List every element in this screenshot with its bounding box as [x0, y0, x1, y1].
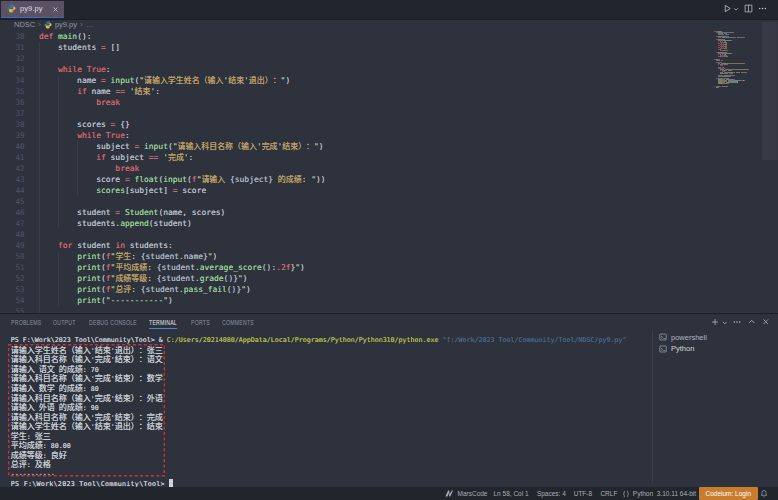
code-line: 44 scores[subject] = score: [0, 185, 778, 196]
code-line: 33 while True:: [0, 64, 778, 75]
token-pl: :: [125, 131, 130, 140]
token-str: "学生:: [111, 252, 141, 261]
token-fn: average_score: [200, 263, 262, 272]
split-editor-icon[interactable]: [744, 4, 753, 13]
token-pl: :: [189, 153, 194, 162]
terminal-list-item-powershell[interactable]: powershell: [653, 332, 778, 343]
tab-close-icon[interactable]: [52, 6, 59, 13]
line-number: 43: [0, 174, 25, 185]
minimap-line: [714, 60, 760, 61]
terminal-icon: [659, 333, 667, 341]
terminal-list-item-python[interactable]: Python: [653, 343, 778, 354]
token-pl: ():: [77, 32, 91, 41]
token-fn: input: [144, 142, 168, 151]
python-file-icon: [44, 21, 52, 29]
terminal-profile-chevron-icon[interactable]: [722, 320, 728, 326]
token-pl: (student): [149, 219, 192, 228]
indent-guide: [39, 42, 40, 313]
status-eol[interactable]: CRLF: [600, 487, 617, 500]
line-number: 32: [0, 53, 25, 64]
status-cursor-position[interactable]: Ln 58, Col 1: [494, 487, 529, 500]
token-str: '完成': [163, 153, 188, 162]
token-kw: .2f: [276, 263, 290, 272]
token-str: '结束': [130, 87, 155, 96]
code-line: 51 print(f"平均成绩: {student.average_score(…: [0, 262, 778, 273]
status-python-interpreter[interactable]: 3.10.11 64-bit: [657, 487, 696, 500]
minimap-line: [714, 73, 760, 74]
line-number: 55: [0, 306, 25, 313]
token-fx: {subject}: [230, 175, 273, 184]
code-line: 31 students = []: [0, 42, 778, 53]
new-terminal-icon[interactable]: [711, 318, 719, 326]
terminal-list-label: powershell: [671, 333, 707, 342]
token-pl: [39, 186, 96, 195]
token-fn: main: [58, 32, 77, 41]
code-line: 36 break: [0, 97, 778, 108]
code-line: 54 print("-----------"): [0, 295, 778, 306]
status-notifications[interactable]: [760, 487, 768, 500]
status-marscode[interactable]: MarsCode: [445, 487, 488, 500]
breadcrumb-file[interactable]: py9.py: [55, 20, 77, 29]
token-pl: student: [72, 241, 115, 250]
token-kw: for: [58, 241, 72, 250]
token-pl: ): [213, 252, 218, 261]
status-encoding[interactable]: UTF-8: [574, 487, 592, 500]
token-pl: )): [316, 175, 326, 184]
code-line: 53 print(f"总评: {student.pass_fail()}"): [0, 284, 778, 295]
token-fx: ():: [262, 263, 276, 272]
token-pl: :: [106, 65, 111, 74]
line-number: 35: [0, 86, 25, 97]
terminal-list: powershellPython: [652, 331, 778, 483]
token-t: 总评: 及格: [11, 461, 51, 469]
code-line: 35 if name == '结束':: [0, 86, 778, 97]
token-str: "平均成绩:: [111, 263, 157, 272]
terminal-output[interactable]: PS F:\Work\2023 Tool\Community\Tool> & C…: [11, 335, 641, 487]
token-fn: input: [111, 76, 135, 85]
vscode-window: py9.py NDSC › p: [0, 0, 778, 500]
chevron-right-icon: ›: [38, 20, 41, 29]
token-str: "请输入学生姓名（输入'结束'退出）：": [139, 76, 285, 85]
line-number: 51: [0, 262, 25, 273]
terminal-list-label: Python: [671, 344, 694, 353]
breadcrumb-folder[interactable]: NDSC: [14, 20, 35, 29]
minimap-line: [714, 37, 760, 38]
line-number: 39: [0, 130, 25, 141]
code-line: 52 print(f"成绩等级: {student.grade()}"): [0, 273, 778, 284]
token-kw: def: [39, 32, 53, 41]
line-number: 31: [0, 42, 25, 53]
token-fn: grade: [200, 274, 224, 283]
token-kw: if: [96, 153, 106, 162]
token-pl: ): [319, 142, 324, 151]
run-button[interactable]: [723, 4, 732, 13]
bottom-panel: PROBLEMSOUTPUTDEBUG CONSOLETERMINALPORTS…: [0, 313, 778, 487]
line-number: 37: [0, 108, 25, 119]
status-codeium-login[interactable]: Codeium: Login: [699, 487, 758, 500]
terminal-icon: [659, 345, 667, 353]
terminal-line: 总评: 及格: [11, 460, 51, 470]
minimap[interactable]: [712, 30, 760, 313]
status-indentation[interactable]: Spaces: 4: [537, 487, 566, 500]
line-number: 50: [0, 251, 25, 262]
maximize-panel-chevron-icon[interactable]: [748, 318, 756, 326]
token-kw: True: [87, 65, 106, 74]
code-editor[interactable]: 30def main():31 students = []3233 while …: [0, 30, 778, 313]
token-pl: name: [39, 76, 101, 85]
breadcrumb-symbol[interactable]: …: [86, 20, 94, 29]
editor-scrollbar[interactable]: [762, 22, 777, 160]
minimap-line: [714, 34, 760, 35]
braces-icon: [622, 490, 630, 498]
run-dropdown-chevron-icon[interactable]: [733, 6, 739, 12]
token-fn: print: [77, 296, 101, 305]
token-pl: [39, 153, 96, 162]
code-line: 48: [0, 229, 778, 240]
more-actions-icon[interactable]: [758, 4, 767, 13]
indent-guide: [77, 141, 78, 196]
token-fn: append: [120, 219, 149, 228]
token-kw: if: [77, 87, 87, 96]
status-language-mode[interactable]: Python: [622, 487, 653, 500]
close-panel-icon[interactable]: [762, 318, 770, 326]
breadcrumb: NDSC › py9.py › …: [0, 20, 778, 30]
token-pl: ): [168, 296, 173, 305]
panel-more-icon[interactable]: [733, 318, 741, 326]
tab-py9py[interactable]: py9.py: [1, 1, 64, 17]
